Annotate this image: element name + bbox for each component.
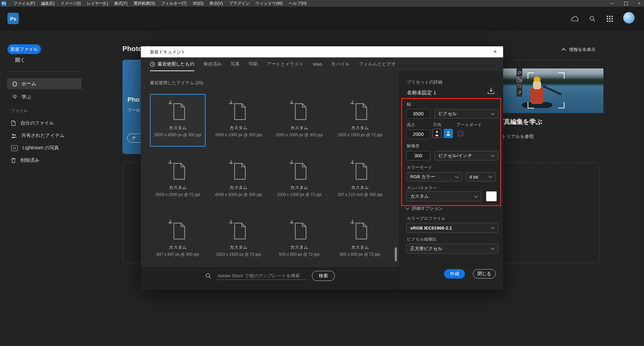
preset-name: カスタム	[169, 244, 186, 250]
menubar-item[interactable]: フィルター(T)	[158, 0, 190, 7]
dialog-tab[interactable]: 最近使用したもの	[150, 57, 194, 71]
home-icon	[12, 81, 17, 86]
menubar-item[interactable]: 3D(D)	[190, 0, 207, 7]
marquee-icon	[517, 84, 522, 88]
dialog-tab[interactable]: アートとイラスト	[267, 57, 304, 71]
width-unit-value: ピクセル	[438, 111, 457, 117]
canvas-color-swatch[interactable]	[486, 191, 497, 201]
sidebar-item-label: 学ぶ	[21, 94, 31, 100]
new-document-icon	[167, 159, 188, 182]
minimize-icon[interactable]	[610, 3, 614, 4]
create-button[interactable]: 作成	[444, 269, 465, 279]
orientation-portrait-button[interactable]	[432, 129, 441, 138]
height-input[interactable]	[406, 130, 430, 139]
sidebar-item-lightroom[interactable]: Lr Lightroom の写真	[7, 143, 82, 153]
new-document-icon	[350, 218, 370, 242]
menubar-item[interactable]: レイヤー(L)	[84, 0, 111, 7]
preset-card[interactable]: カスタム 1500 x 1500 px @ 72 ppi	[332, 94, 388, 147]
preset-size: 800 x 800 px @ 72 ppi	[340, 252, 380, 257]
resolution-input[interactable]	[406, 151, 430, 160]
pixel-aspect-dropdown[interactable]: 正方形ピクセル	[406, 244, 498, 254]
open-button[interactable]: 開く	[15, 57, 25, 63]
new-file-button[interactable]: 新規ファイル	[7, 44, 41, 54]
menubar-item[interactable]: ファイル(F)	[10, 0, 38, 7]
hide-info-toggle[interactable]: 情報を非表示	[562, 47, 595, 53]
dialog-tab[interactable]: モバイル	[331, 57, 350, 71]
color-profile-dropdown[interactable]: sRGB IEC61966-2.1	[406, 223, 498, 233]
sidebar-item-learn[interactable]: 学ぶ	[7, 91, 82, 102]
menubar-item[interactable]: イメージ(I)	[57, 0, 84, 7]
menubar-item[interactable]: 表示(V)	[207, 0, 226, 7]
learn-card-image[interactable]	[497, 68, 603, 113]
eyedropper-icon	[517, 90, 522, 95]
advanced-options-toggle[interactable]: 詳細オプション	[406, 205, 443, 211]
width-input[interactable]	[406, 109, 430, 118]
dialog-tab[interactable]: Web	[313, 57, 322, 71]
menubar-item[interactable]: ヘルプ(H)	[286, 0, 310, 7]
template-search-input[interactable]	[217, 272, 307, 280]
preset-card[interactable]: カスタム 3000 x 2000 px @ 72 ppi	[150, 154, 206, 206]
close-window-icon[interactable]: ×	[638, 0, 641, 7]
preset-card[interactable]: カスタム 4000 x 2000 px @ 300 ppi	[211, 154, 266, 206]
preset-card[interactable]: カスタム 847 x 847 px @ 300 ppi	[150, 213, 206, 266]
document-name[interactable]: 名称未設定 1	[407, 90, 436, 96]
menubar-item[interactable]: 編集(E)	[38, 0, 57, 7]
orientation-landscape-button[interactable]	[444, 129, 453, 138]
dialog-tab[interactable]: フィルムとビデオ	[359, 57, 396, 71]
user-avatar[interactable]	[623, 12, 635, 23]
sidebar-section-files: ファイル	[11, 108, 28, 114]
save-preset-icon[interactable]	[487, 87, 495, 95]
cloud-sync-icon[interactable]	[570, 14, 580, 23]
close-button[interactable]: 閉じる	[473, 269, 496, 279]
search-button[interactable]: 検索	[312, 271, 335, 281]
preset-card[interactable]: カスタム 297 x 210 mm @ 300 ppi	[332, 154, 388, 206]
preset-card[interactable]: カスタム 2000 x 1000 px @ 300 ppi	[211, 94, 266, 147]
preset-size: 1500 x 1500 px @ 72 ppi	[337, 133, 382, 137]
ps-app-icon: Ps	[1, 1, 6, 6]
mini-toolbar	[517, 68, 522, 97]
preset-card[interactable]: カスタム 2000 x 1000 px @ 300 ppi	[271, 94, 327, 147]
document-icon	[11, 120, 16, 126]
preset-card[interactable]: カスタム 500 x 500 px @ 72 ppi	[271, 213, 327, 266]
dialog-tab[interactable]: 印刷	[249, 57, 258, 71]
canvas-color-value: カスタム	[410, 193, 429, 199]
dialog-title: 新規ドキュメント	[150, 49, 185, 55]
dialog-tab[interactable]: 写真	[231, 57, 240, 71]
advanced-options-label: 詳細オプション	[412, 205, 443, 211]
preset-card[interactable]: カスタム 1000 x 1000 px @ 72 ppi	[271, 154, 327, 206]
sidebar-item-deleted[interactable]: 削除済み	[7, 155, 82, 165]
chevron-down-icon	[474, 194, 478, 197]
sidebar-item-home[interactable]: ホーム	[7, 78, 82, 89]
sidebar-item-my-files[interactable]: 自分のファイル	[7, 118, 82, 128]
sidebar-item-shared[interactable]: 共有されたアイテム	[7, 131, 82, 141]
maximize-icon[interactable]	[624, 2, 628, 5]
resolution-label: 解像度	[407, 143, 420, 149]
scrollbar-thumb[interactable]	[395, 247, 397, 261]
menubar-items: ファイル(F) 編集(E) イメージ(I) レイヤー(L) 書式(Y) 選択範囲…	[10, 0, 310, 7]
menubar-item[interactable]: 選択範囲(S)	[130, 0, 158, 7]
pixel-aspect-value: 正方形ピクセル	[410, 246, 442, 252]
canvas-color-dropdown[interactable]: カスタム	[406, 191, 481, 201]
dialog-close-icon[interactable]: ×	[491, 46, 499, 57]
dialog-tab[interactable]: 保存済み	[203, 57, 221, 71]
color-mode-dropdown[interactable]: RGB カラー	[406, 172, 462, 182]
bit-depth-dropdown[interactable]: 8 bit	[466, 172, 496, 182]
preset-card[interactable]: カスタム 3500 x 4000 px @ 300 ppi	[150, 94, 206, 147]
apps-grid-icon[interactable]	[605, 14, 614, 23]
preset-name: カスタム	[290, 125, 308, 131]
search-icon[interactable]	[588, 14, 597, 23]
menubar-item[interactable]: ウィンドウ(W)	[253, 0, 286, 7]
preset-card[interactable]: カスタム 800 x 800 px @ 72 ppi	[332, 213, 388, 266]
chevron-down-icon	[406, 206, 409, 209]
lightbulb-icon	[12, 94, 17, 100]
template-search-bar: 検索	[141, 267, 399, 290]
menubar-item[interactable]: プラグイン	[226, 0, 253, 7]
menubar-item[interactable]: 書式(Y)	[111, 0, 130, 7]
preset-name: カスタム	[229, 185, 247, 191]
preset-card[interactable]: カスタム 1920 x 1920 px @ 72 ppi	[211, 213, 266, 266]
resolution-unit-dropdown[interactable]: ピクセル/インチ	[434, 151, 498, 160]
preset-size: 1920 x 1920 px @ 72 ppi	[216, 252, 261, 257]
preset-size: 500 x 500 px @ 72 ppi	[279, 252, 319, 257]
width-unit-dropdown[interactable]: ピクセル	[434, 109, 498, 118]
artboard-checkbox[interactable]	[458, 131, 463, 136]
